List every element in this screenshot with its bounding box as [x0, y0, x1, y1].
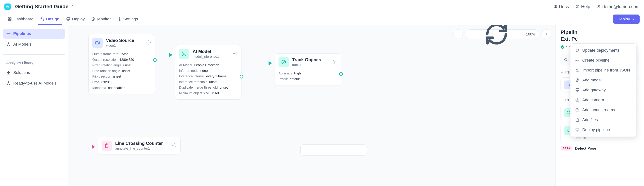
stream-icon	[575, 108, 579, 112]
node-settings-button[interactable]	[172, 143, 177, 149]
camera-icon	[575, 98, 579, 102]
menu-add-model[interactable]: Add model	[570, 75, 636, 85]
plus-icon	[544, 32, 548, 36]
node-properties: AccuracyHigh Profiledefault	[275, 71, 341, 85]
refresh-icon	[575, 48, 579, 52]
node-subtitle: annotate_line_counter1	[115, 147, 169, 151]
node-subtitle: video1	[106, 44, 143, 48]
dashboard-icon	[8, 17, 12, 21]
zoom-controls: 100%	[453, 29, 551, 39]
refresh-icon	[469, 25, 524, 48]
deploy-button[interactable]: Deploy	[613, 14, 640, 24]
gear-icon	[172, 143, 177, 148]
node-track-objects[interactable]: Track Objects track1 AccuracyHigh Profil…	[275, 54, 341, 85]
minus-icon	[456, 32, 460, 36]
pipeline-canvas[interactable]: 100% Video Source video1 Output frame ra…	[68, 25, 556, 186]
account-link[interactable]: demo@lumeo.com	[597, 4, 640, 9]
chevron-down-icon	[560, 99, 564, 102]
menu-add-files[interactable]: Add files	[570, 115, 636, 125]
deploy-icon	[575, 88, 579, 92]
input-play-icon	[169, 53, 172, 57]
help-label: Help	[581, 4, 590, 9]
clipboard-icon	[102, 141, 112, 151]
menu-import-pipeline[interactable]: Import pipeline from JSON	[570, 65, 636, 75]
node-title: Video Source	[106, 38, 143, 43]
node-settings-button[interactable]	[233, 51, 238, 57]
account-email: demo@lumeo.com	[602, 4, 640, 9]
docs-link[interactable]: Docs	[553, 4, 569, 9]
design-icon	[40, 17, 44, 21]
scan-icon	[179, 49, 189, 59]
pipeline-title-line1: Pipelin	[560, 29, 639, 36]
menu-deploy-pipeline[interactable]: Deploy pipeline	[570, 125, 636, 135]
node-properties: Output frame rate15fps Output resolution…	[89, 51, 155, 94]
sidebar-divider	[3, 54, 65, 55]
analytics-library-heading: Analytics Library	[6, 61, 65, 65]
monitor-icon	[91, 17, 95, 21]
check-circle-icon	[278, 57, 289, 67]
tab-monitor[interactable]: Monitor	[88, 13, 114, 25]
menu-update-deployments[interactable]: Update deployments	[570, 45, 636, 55]
check-circle-icon	[560, 45, 564, 49]
detect-pose-title: Detect Pose	[575, 146, 596, 151]
menu-add-gateway[interactable]: Add gateway	[570, 85, 636, 95]
menu-add-input-streams[interactable]: Add input streams	[570, 105, 636, 115]
zoom-reset-button[interactable]: 100%	[465, 29, 539, 39]
help-icon	[576, 4, 580, 9]
sidebar-item-ready-models[interactable]: Ready-to-use AI Models	[3, 78, 65, 88]
chevron-down-icon	[560, 71, 564, 74]
chevron-down-icon	[632, 17, 635, 21]
sidebar-item-solutions[interactable]: Solutions	[3, 68, 65, 78]
target-icon	[6, 81, 11, 86]
node-properties: AI ModelPeople Detection Infer on nodeno…	[175, 62, 241, 99]
target-icon	[6, 42, 11, 46]
book-icon	[553, 4, 557, 9]
pipeline-title-line2: Exit Pe	[560, 36, 639, 42]
project-name[interactable]: Getting Started Guide	[15, 4, 68, 9]
docs-label: Docs	[559, 4, 569, 9]
beta-badge: BETA	[560, 146, 572, 151]
zoom-out-button[interactable]	[453, 29, 463, 39]
file-icon	[575, 118, 579, 122]
gear-icon	[118, 17, 122, 21]
left-sidebar: Pipelines AI Models Analytics Library So…	[0, 25, 68, 186]
tab-settings[interactable]: Settings	[114, 13, 141, 25]
zoom-level: 100%	[526, 32, 536, 36]
node-title: AI Model	[192, 49, 230, 54]
node-subtitle: model_inference1	[192, 55, 230, 59]
project-switcher-icon[interactable]	[70, 4, 74, 9]
node-ai-model[interactable]: AI Model model_inference1 AI ModelPeople…	[175, 45, 242, 100]
tab-dashboard[interactable]: Dashboard	[4, 13, 37, 25]
node-partial[interactable]	[300, 144, 367, 156]
input-play-icon	[92, 145, 95, 149]
tab-deploy[interactable]: Deploy	[63, 13, 88, 25]
output-port[interactable]	[153, 58, 157, 62]
output-port[interactable]	[339, 72, 343, 76]
output-port[interactable]	[240, 75, 243, 79]
user-icon	[597, 4, 601, 9]
grid-icon	[6, 70, 11, 75]
sidebar-item-pipelines[interactable]: Pipelines	[3, 29, 65, 39]
menu-add-camera[interactable]: Add camera	[570, 95, 636, 105]
node-line-crossing[interactable]: Line Crossing Counter annotate_line_coun…	[98, 137, 181, 154]
deploy-icon	[575, 128, 579, 132]
app-logo[interactable]: ◎	[4, 3, 11, 10]
topbar: ◎ Getting Started Guide Docs Help demo@l…	[0, 0, 644, 13]
search-icon	[564, 58, 568, 62]
nav-tabs: Dashboard Design Deploy Monitor Settings…	[0, 13, 644, 25]
input-play-icon	[268, 61, 272, 65]
tab-design[interactable]: Design	[37, 13, 63, 25]
upload-icon	[575, 68, 579, 72]
node-subtitle: track1	[292, 63, 329, 67]
node-settings-button[interactable]	[146, 40, 151, 46]
gear-icon	[332, 59, 337, 64]
menu-create-pipeline[interactable]: Create pipeline	[570, 55, 636, 65]
target-icon	[575, 78, 579, 82]
node-video-source[interactable]: Video Source video1 Output frame rate15f…	[88, 34, 155, 94]
zoom-in-button[interactable]	[542, 29, 551, 39]
node-title: Line Crossing Counter	[115, 141, 169, 146]
sidebar-item-ai-models[interactable]: AI Models	[3, 39, 65, 49]
node-settings-button[interactable]	[332, 59, 337, 65]
gear-icon	[146, 40, 151, 45]
help-link[interactable]: Help	[576, 4, 590, 9]
